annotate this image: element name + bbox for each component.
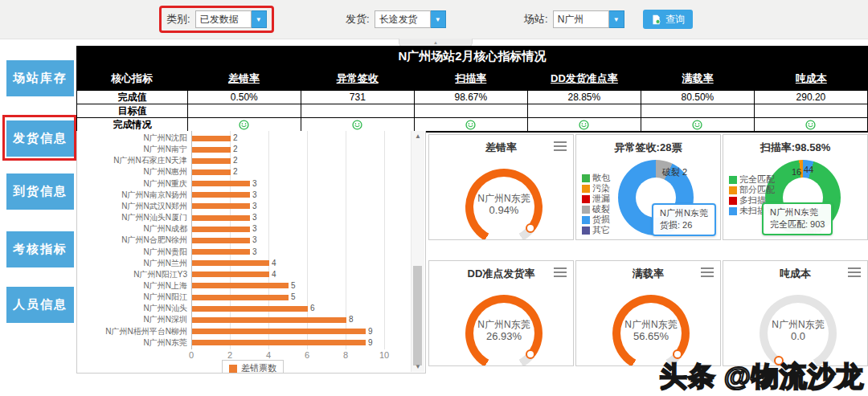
kpi-row-label: 完成值 [77,91,188,104]
legend-swatch [582,185,590,193]
chart-tooltip: N广州N东莞 货损: 26 [652,203,716,236]
bar [192,192,250,198]
legend-swatch [582,216,590,224]
chevron-down-icon: ▼ [252,10,267,28]
sidebar-item-3[interactable]: 到货信息 [6,174,74,210]
bar-value-label: 2 [233,155,238,166]
kpi-cell [755,118,868,131]
legend-swatch [582,227,590,235]
legend-item: 其它 [582,226,610,235]
shipping-type-select-value: 长途发货 [375,10,431,28]
legend-item: 完全匹配 [729,175,775,184]
bar [192,306,308,312]
bar-category-label: N广州N沈阳 [77,133,187,144]
bar-value-label: 8 [349,314,354,325]
legend-item: 散包 [582,174,610,182]
station-select[interactable]: N广州▼ [553,10,624,28]
bar-category-label: N广州N兰州 [77,258,187,269]
shipping-type-select[interactable]: 长途发货▼ [375,10,446,28]
legend-swatch [729,197,737,205]
menu-icon[interactable] [848,267,861,280]
chevron-down-icon: ▼ [431,10,446,28]
gauge-station-label: N广州N东莞 [738,319,858,330]
kpi-header-cell: 核心指标 [76,67,187,90]
chart-scrollbar[interactable]: ▲ ▼ [411,131,424,372]
bar-category-label: N广州N阳江Y3 [77,269,187,280]
menu-icon[interactable] [554,267,567,280]
x-axis-tick-label: 8 [336,350,355,360]
kpi-row-label: 目标值 [77,104,188,117]
legend-item: 部分匹配 [729,186,775,194]
bar-category-label: N广州N南京N扬州 [77,190,187,201]
bar-value-label: 9 [368,337,373,349]
bar-value-label: 4 [272,258,276,269]
legend-item: 泄漏 [582,194,610,203]
legend-label: 其它 [592,226,610,235]
bar [192,158,231,164]
bar-category-label: N广州N成都 [77,223,187,235]
x-axis-tick-label: 4 [259,350,278,360]
top-filter-bar: 类别:已发数据▼发货:长途发货▼场站:N广州▼ 查询 [0,0,868,39]
bar-value-label: 3 [252,190,257,201]
legend-swatch [729,176,737,184]
gauge-value: 56.65% [591,330,711,342]
bar [192,136,231,141]
menu-icon[interactable] [554,141,567,153]
tooltip-value: 货损: 26 [660,219,708,231]
bar [192,271,269,277]
bar [192,260,269,266]
bar-value-label: 3 [252,247,257,258]
kpi-table-body: 完成值0.50%73198.67%28.85%80.50%290.20目标值完成… [76,90,868,131]
error-rate-gauge-panel: 差错率 N广州N东莞 0.94% [428,134,574,240]
sidebar-item-4[interactable]: 考核指标 [6,231,74,267]
watermark-text: 头条 @物流沙龙 [659,358,864,395]
bar-value-label: 5 [291,280,296,292]
legend-item: 污染 [582,184,610,193]
kpi-header-cell: 满载率 [641,67,755,90]
kpi-header-cell: 吨成本 [755,67,868,90]
sidebar-item-1[interactable]: 场站库存 [6,60,74,96]
station-filter: 场站:N广州▼ [524,10,624,28]
tooltip-station: N广州N东莞 [770,206,825,218]
bar-category-label: N广州N惠州 [77,166,187,178]
legend-label: 泄漏 [592,194,610,203]
smiley-icon [465,120,476,130]
bar-category-label: N广州N重庆 [77,178,187,190]
legend-swatch [229,365,237,373]
smiley-icon [579,120,589,130]
bar-value-label: 2 [233,144,238,155]
legend-label: 部分匹配 [739,186,775,194]
x-axis-tick-label: 2 [220,350,240,360]
station-select-value: N广州 [553,10,609,28]
category-select[interactable]: 已发数据▼ [195,10,267,28]
menu-icon[interactable] [701,267,714,280]
kpi-cell [641,104,755,117]
gauge-center-text: N广州N东莞 0.94% [444,193,564,216]
kpi-cell [188,118,301,131]
kpi-cell [301,104,415,117]
bar-category-label: N广州N贵阳 [77,247,187,258]
scroll-down-icon[interactable]: ▼ [411,363,424,370]
kpi-header-cell: 扫描率 [414,67,527,90]
kpi-header-cell: 差错率 [187,67,301,90]
gauge-value: 0.0 [738,330,858,342]
search-doc-icon [651,14,661,25]
kpi-table-row: 完成值0.50%73198.67%28.85%80.50%290.20 [76,90,868,104]
panel-title: DD准点发货率 [429,267,573,281]
bar-category-label: N广州N汕头 [77,303,187,314]
query-button[interactable]: 查询 [643,10,693,29]
bar-category-label: N广州N深圳 [77,314,187,325]
scrollbar-thumb[interactable] [413,266,422,365]
slice-callout: 16 [792,167,801,177]
bar [192,283,289,288]
gauge-station-label: N广州N东莞 [591,319,711,330]
kpi-table-row: 完成情况 [76,117,868,131]
scroll-up-icon[interactable]: ▲ [411,133,424,140]
slice-callout: 破裂 2 [662,166,687,178]
sidebar-item-5[interactable]: 人员信息 [6,287,74,323]
bar-category-label: N广州N上海 [77,280,187,292]
kpi-cell: 98.67% [415,91,528,104]
gauge-value: 26.93% [444,330,564,342]
sidebar-active-highlight-box [2,115,76,161]
station-filter-label: 场站: [524,12,548,27]
